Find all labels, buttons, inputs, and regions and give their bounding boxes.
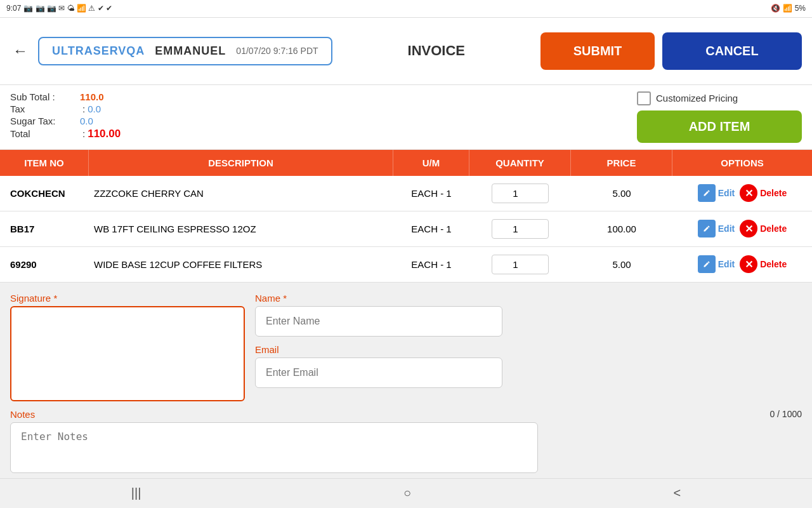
row2-um: EACH - 1 [393,216,469,242]
table-container: ITEM NO DESCRIPTION U/M QUANTITY PRICE O… [0,150,812,283]
signature-group: Signature * [10,293,245,401]
total-value: 110.00 [88,128,121,140]
row2-delete-icon: ✕ [740,220,757,237]
status-bar-right: 🔇 📶 5% [771,4,806,13]
header-quantity: QUANTITY [469,150,571,176]
home-nav-icon[interactable]: ○ [403,486,411,500]
status-icons: 📷 📷 📷 ✉ 🌤 📶 ⚠ ✔ ✔ [23,4,112,13]
customized-pricing-checkbox[interactable] [637,91,651,105]
invoice-label: INVOICE [340,43,533,59]
customized-pricing-row: Customized Pricing [637,91,738,105]
status-time: 9:07 [6,4,21,13]
sub-total-row: Sub Total : 110.0 [10,91,624,102]
signature-canvas[interactable] [10,306,245,401]
email-label: Email [255,344,502,355]
summary-area: Sub Total : 110.0 Tax : 0.0 Sugar Tax: 0… [0,85,812,150]
row2-edit-icon [698,220,716,237]
tax-colon: : [82,104,85,114]
notes-label: Notes [10,409,35,420]
row2-delete-button[interactable]: ✕ Delete [740,220,787,237]
header: ← ULTRASERVQA EMMANUEL 01/07/20 9:7:16 P… [0,18,812,85]
row1-um: EACH - 1 [393,180,469,206]
row1-edit-icon [698,184,716,202]
menu-nav-icon[interactable]: ||| [131,486,141,500]
submit-button[interactable]: SUBMIT [540,32,655,70]
tax-row: Tax : 0.0 [10,104,624,114]
row3-edit-icon [698,255,716,273]
sugar-tax-value: 0.0 [80,116,93,126]
status-bar-left: 9:07 📷 📷 📷 ✉ 🌤 📶 ⚠ ✔ ✔ [6,4,112,13]
row1-quantity-input[interactable] [492,184,549,203]
row2-quantity-cell [469,211,571,246]
summary-table: Sub Total : 110.0 Tax : 0.0 Sugar Tax: 0… [10,91,624,142]
notes-group: Notes 0 / 1000 [10,409,802,473]
email-input[interactable] [255,358,502,388]
signature-label: Signature * [10,293,245,304]
name-input[interactable] [255,306,502,337]
notes-header: Notes 0 / 1000 [10,409,802,420]
row1-delete-icon: ✕ [740,184,757,202]
sugar-tax-row: Sugar Tax: 0.0 [10,116,624,126]
row1-item-no: COKCHECN [0,180,89,206]
row2-price: 100.00 [571,216,672,242]
table-row: COKCHECN ZZZCOKE CHERRY CAN EACH - 1 5.0… [0,176,812,211]
sugar-tax-label: Sugar Tax: [10,116,80,126]
summary-right: Customized Pricing ADD ITEM [637,91,802,143]
battery-level: 5% [795,4,806,13]
invoice-company: ULTRASERVQA [52,44,145,58]
bottom-nav: ||| ○ < [0,478,812,508]
name-label: Name * [255,293,502,304]
row1-price: 5.00 [571,180,672,206]
table-row: 69290 WIDE BASE 12CUP COFFEE FILTERS EAC… [0,247,812,283]
header-options: OPTIONS [672,150,812,176]
status-bar: 9:07 📷 📷 📷 ✉ 🌤 📶 ⚠ ✔ ✔ 🔇 📶 5% [0,0,812,18]
row2-item-no: BB17 [0,216,89,242]
header-um: U/M [393,150,469,176]
name-group: Name * Email [255,293,502,388]
row3-description: WIDE BASE 12CUP COFFEE FILTERS [89,251,393,277]
row3-quantity-input[interactable] [492,255,549,274]
invoice-datetime: 01/07/20 9:7:16 PDT [236,46,318,56]
total-row: Total : 110.00 [10,128,624,140]
table-row: BB17 WB 17FT CEILING ESPRESSO 12OZ EACH … [0,211,812,247]
row1-edit-button[interactable]: Edit [698,184,735,202]
cancel-button[interactable]: CANCEL [662,32,802,70]
row3-edit-button[interactable]: Edit [698,255,735,273]
row1-options: Edit ✕ Delete [672,177,812,210]
row3-item-no: 69290 [0,251,89,277]
row1-quantity-cell [469,176,571,211]
invoice-id-box: ULTRASERVQA EMMANUEL 01/07/20 9:7:16 PDT [38,37,332,65]
row1-description: ZZZCOKE CHERRY CAN [89,180,393,206]
tax-value: 0.0 [88,104,101,114]
row3-quantity-cell [469,247,571,282]
row3-options: Edit ✕ Delete [672,248,812,281]
total-colon: : [82,128,85,139]
add-item-button[interactable]: ADD ITEM [637,110,802,143]
tax-label: Tax [10,104,80,114]
sub-total-value: 110.0 [80,91,104,102]
row2-quantity-input[interactable] [492,219,549,239]
header-price: PRICE [571,150,672,176]
row1-delete-button[interactable]: ✕ Delete [740,184,787,202]
notes-count: 0 / 1000 [769,409,802,419]
header-description: DESCRIPTION [89,150,393,176]
row2-options: Edit ✕ Delete [672,212,812,245]
bottom-form: Signature * Name * Email Notes 0 / 1000 [0,283,812,478]
row3-um: EACH - 1 [393,251,469,277]
row3-delete-icon: ✕ [740,255,757,273]
back-nav-icon[interactable]: < [674,486,681,500]
row2-edit-button[interactable]: Edit [698,220,735,237]
row3-price: 5.00 [571,251,672,277]
row2-description: WB 17FT CEILING ESPRESSO 12OZ [89,216,393,242]
form-row-1: Signature * Name * Email [10,293,802,401]
back-button[interactable]: ← [10,39,30,62]
customized-pricing-label: Customized Pricing [656,93,738,104]
table-header: ITEM NO DESCRIPTION U/M QUANTITY PRICE O… [0,150,812,176]
row3-delete-button[interactable]: ✕ Delete [740,255,787,273]
notes-textarea[interactable] [10,422,538,473]
header-item-no: ITEM NO [0,150,89,176]
sub-total-label: Sub Total : [10,91,80,102]
total-label: Total [10,128,80,139]
wifi-icon: 📶 [783,4,792,13]
mute-icon: 🔇 [771,4,780,13]
